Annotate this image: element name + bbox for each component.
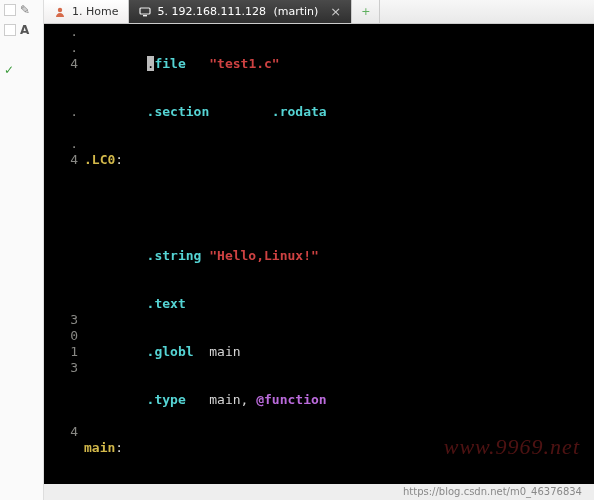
tab-home-label: 1. Home xyxy=(72,5,118,18)
svg-rect-1 xyxy=(140,8,150,14)
edit-icon[interactable]: ✎ xyxy=(20,3,30,17)
code-line: .LC0: xyxy=(84,152,594,168)
code-line: .string "Hello,Linux!" xyxy=(84,248,594,264)
code-line: .file "test1.c" xyxy=(84,56,594,72)
home-icon xyxy=(54,6,66,18)
check-icon[interactable]: ✓ xyxy=(4,63,14,77)
plus-icon: + xyxy=(361,5,370,18)
code-area[interactable]: .file "test1.c" .section .rodata .LC0: .… xyxy=(84,24,594,484)
code-line: main: xyxy=(84,440,594,456)
new-tab-button[interactable]: + xyxy=(352,0,380,23)
close-icon[interactable]: × xyxy=(330,4,341,19)
blank-icon xyxy=(4,24,16,36)
terminal[interactable]: ..4 . .4 3013 4 .file "test1.c" .section… xyxy=(44,24,594,484)
code-line: .type main, @function xyxy=(84,392,594,408)
monitor-icon xyxy=(139,6,151,18)
code-line: .globl main xyxy=(84,344,594,360)
tab-home[interactable]: 1. Home xyxy=(44,0,129,23)
tab-ssh-session[interactable]: 5. 192.168.111.128 (martin) × xyxy=(129,0,352,23)
code-line: .section .rodata xyxy=(84,104,594,120)
left-gutter-toolbar: ✎ A ✓ xyxy=(0,0,44,500)
tab-ssh-label: 5. 192.168.111.128 (martin) xyxy=(157,5,318,18)
tab-bar: 1. Home 5. 192.168.111.128 (martin) × + xyxy=(44,0,594,24)
svg-rect-2 xyxy=(143,15,147,16)
code-line: .text xyxy=(84,296,594,312)
line-gutter: ..4 . .4 3013 4 xyxy=(44,24,84,484)
code-line xyxy=(84,200,594,216)
letter-a-icon[interactable]: A xyxy=(20,23,29,37)
blank-icon xyxy=(4,4,16,16)
svg-point-0 xyxy=(58,7,62,11)
footer-url: https://blog.csdn.net/m0_46376834 xyxy=(44,484,594,500)
